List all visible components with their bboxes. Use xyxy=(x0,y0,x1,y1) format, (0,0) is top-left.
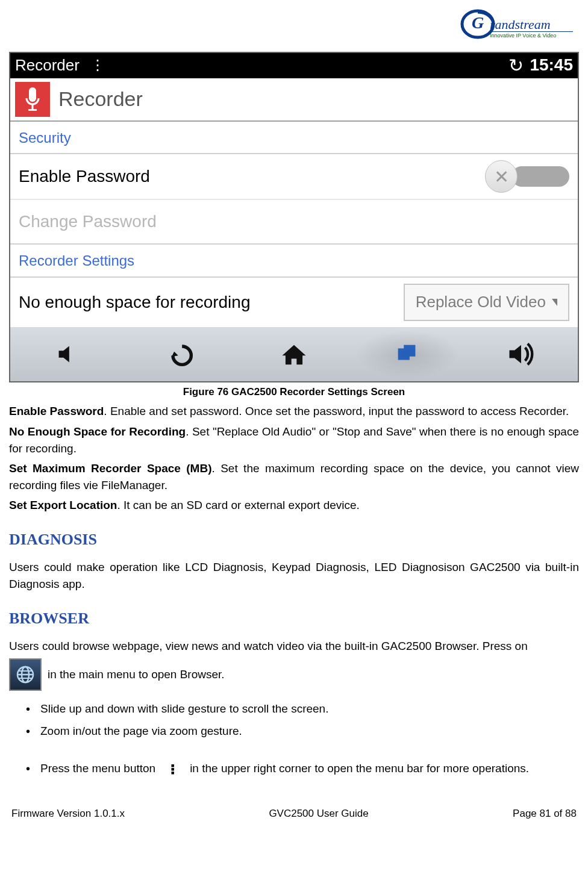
nav-back[interactable] xyxy=(124,327,237,381)
app-title: Recorder xyxy=(58,84,143,114)
svg-text:randstream: randstream xyxy=(490,17,551,32)
section-heading-security: Security xyxy=(10,122,578,154)
device-screenshot: Recorder ⋮ ↻ 15:45 Recorder Security Ena… xyxy=(9,52,579,382)
nav-recents[interactable] xyxy=(351,327,464,381)
brand-logo: G randstream Innovative IP Voice & Video xyxy=(9,6,579,52)
soft-nav-bar xyxy=(10,327,578,381)
clock: 15:45 xyxy=(530,53,573,78)
svg-rect-7 xyxy=(28,109,37,111)
heading-diagnosis: DIAGNOSIS xyxy=(9,528,579,551)
svg-rect-8 xyxy=(398,348,410,360)
svg-text:Innovative IP Voice & Video: Innovative IP Voice & Video xyxy=(490,33,556,39)
para-browser-intro: Users could browse webpage, view news an… xyxy=(9,638,579,655)
svg-rect-6 xyxy=(32,104,34,109)
spinner-value: Replace Old Video xyxy=(416,291,546,314)
browser-app-icon xyxy=(9,658,42,691)
browser-bullets-2: Press the menu button ▪▪▪ in the upper r… xyxy=(9,746,579,777)
nav-volume-up[interactable] xyxy=(464,327,578,381)
row-change-password: Change Password xyxy=(10,200,578,243)
bullet-slide: Slide up and down with slide gesture to … xyxy=(26,700,579,717)
para-set-max-space: Set Maximum Recorder Space (MB). Set the… xyxy=(9,460,579,493)
figure-caption: Figure 76 GAC2500 Recorder Settings Scre… xyxy=(9,382,579,404)
browser-bullets: Slide up and down with slide gesture to … xyxy=(9,694,579,740)
label-no-space: No enough space for recording xyxy=(19,290,404,315)
footer-firmware: Firmware Version 1.0.1.x xyxy=(11,807,125,822)
svg-rect-9 xyxy=(404,345,416,356)
refresh-icon[interactable]: ↻ xyxy=(508,52,530,79)
para-enable-password: Enable Password. Enable and set password… xyxy=(9,403,579,420)
row-enable-password[interactable]: Enable Password ✕ xyxy=(10,154,578,199)
kebab-icon[interactable]: ⋮ xyxy=(80,55,116,76)
statusbar-app-name: Recorder xyxy=(15,54,80,77)
svg-text:G: G xyxy=(472,13,484,32)
spinner-replace-old-video[interactable]: Replace Old Video xyxy=(404,284,569,321)
page-footer: Firmware Version 1.0.1.x GVC2500 User Gu… xyxy=(9,782,579,824)
footer-title: GVC2500 User Guide xyxy=(269,807,368,822)
heading-browser: BROWSER xyxy=(9,607,579,630)
para-set-export-location: Set Export Location. It can be an SD car… xyxy=(9,497,579,514)
footer-page: Page 81 of 88 xyxy=(513,807,577,822)
para-no-enough-space: No Enough Space for Recording. Set "Repl… xyxy=(9,423,579,457)
toggle-knob-off-icon: ✕ xyxy=(485,160,518,193)
label-enable-password: Enable Password xyxy=(19,164,485,189)
nav-volume-down[interactable] xyxy=(10,327,124,381)
recorder-app-icon xyxy=(15,82,50,117)
para-browser-icon-line: in the main menu to open Browser. xyxy=(9,658,579,691)
bullet-menu: Press the menu button ▪▪▪ in the upper r… xyxy=(26,760,579,777)
toggle-enable-password[interactable]: ✕ xyxy=(485,160,569,193)
menu-dots-icon: ▪▪▪ xyxy=(158,764,186,775)
app-title-bar: Recorder xyxy=(10,78,578,122)
svg-rect-5 xyxy=(29,87,36,102)
bullet-zoom: Zoom in/out the page via zoom gesture. xyxy=(26,723,579,740)
para-diagnosis: Users could make operation like LCD Diag… xyxy=(9,559,579,592)
nav-home[interactable] xyxy=(237,327,351,381)
svg-rect-4 xyxy=(489,31,573,32)
row-no-space[interactable]: No enough space for recording Replace Ol… xyxy=(10,278,578,327)
spinner-caret-icon xyxy=(552,299,557,306)
label-change-password: Change Password xyxy=(19,210,569,234)
section-heading-recorder-settings: Recorder Settings xyxy=(10,245,578,276)
android-status-bar: Recorder ⋮ ↻ 15:45 xyxy=(10,53,578,78)
